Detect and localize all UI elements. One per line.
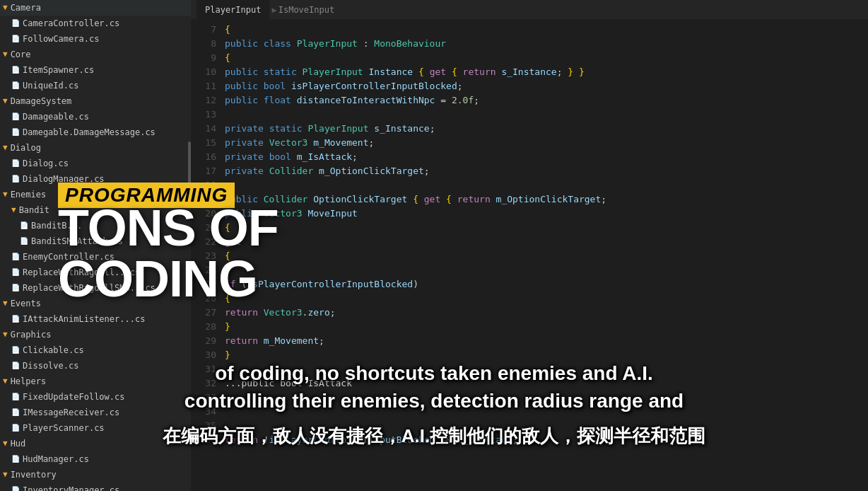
file-label: ReplaceWithRagdollSMB...cs (23, 282, 156, 294)
sidebar-item-replacewithragdoll[interactable]: 📄 ReplaceWithRagdoll...cs (0, 265, 191, 280)
folder-icon: ▼ (3, 48, 8, 61)
file-icon: 📄 (11, 110, 20, 123)
folder-icon: ▼ (3, 297, 8, 310)
sidebar-item-bandit-folder[interactable]: ▼ Bandit (0, 202, 191, 218)
file-label: EnemyController.cs (23, 250, 115, 263)
file-label: ItemSpawner.cs (23, 64, 94, 76)
file-icon: 📄 (11, 157, 20, 170)
sidebar-item-cameracontroller[interactable]: 📄 CameraController.cs (0, 16, 191, 31)
folder-label: Graphics (11, 328, 52, 341)
sidebar-item-hud-folder[interactable]: ▼ Hud (0, 436, 191, 451)
file-label: IMessageReceiver.cs (23, 406, 119, 419)
code-line: private Vector3 m_Movement; (225, 136, 868, 150)
file-icon: 📄 (11, 391, 20, 403)
file-label: BanditSMBAttack.cs (31, 235, 123, 248)
code-line: return Vector3.zero; (225, 306, 868, 320)
code-line: if (isPlayerControllerInputBlocked) (225, 277, 868, 291)
folder-label: Bandit (19, 204, 49, 216)
code-line: private static PlayerInput s_Instance; (225, 122, 868, 136)
sidebar-item-dissolve[interactable]: 📄 Dissolve.cs (0, 358, 191, 374)
code-content: 7 8 9 10 11 12 13 14 15 16 17 18 19 20 2… (191, 20, 868, 447)
folder-icon: ▼ (3, 141, 8, 154)
sidebar-item-hudmanager[interactable]: 📄 HudManager.cs (0, 451, 191, 467)
sidebar-item-iattackanimlistener[interactable]: 📄 IAttackAnimListener...cs (0, 311, 191, 327)
sidebar-item-damagesystem-folder[interactable]: ▼ DamageSystem (0, 93, 191, 109)
code-line: { (225, 51, 868, 65)
folder-label: Hud (11, 437, 26, 450)
sidebar-item-banditsmbattack[interactable]: 📄 BanditSMBAttack.cs (0, 233, 191, 249)
folder-label: Dialog (11, 141, 41, 154)
code-line: public static PlayerInput Instance { get… (225, 65, 868, 79)
file-icon: 📄 (20, 235, 28, 248)
code-line: public Vector3 MoveInput (225, 207, 868, 221)
code-line (225, 362, 868, 376)
code-line: return m_Movement; (225, 334, 868, 348)
file-icon: 📄 (11, 250, 20, 263)
code-editor: PlayerInput ▶ IsMoveInput 7 8 9 10 11 12… (191, 0, 868, 491)
sidebar-item-imessagereceiver[interactable]: 📄 IMessageReceiver.cs (0, 405, 191, 420)
file-label: IAttackAnimListener...cs (23, 313, 145, 325)
code-line (225, 178, 868, 192)
code-line: { (225, 23, 868, 37)
breadcrumb-ismoveinput: IsMoveInput (278, 5, 334, 15)
sidebar-item-uniqueid[interactable]: 📄 UniqueId.cs (0, 78, 191, 93)
tab-playerinput[interactable]: PlayerInput (197, 0, 270, 20)
file-icon: 📄 (11, 173, 20, 185)
folder-label: Enemies (11, 188, 47, 201)
sidebar-item-damagemessage[interactable]: 📄 Damegable.DamageMessage.cs (0, 125, 191, 140)
file-icon: 📄 (11, 344, 20, 357)
code-text: { public class PlayerInput : MonoBehavio… (225, 23, 868, 447)
folder-icon: ▼ (3, 437, 8, 450)
folder-label: Helpers (11, 375, 47, 388)
code-line: { (225, 221, 868, 235)
sidebar-item-events-folder[interactable]: ▼ Events (0, 296, 191, 311)
file-icon: 📄 (11, 33, 20, 45)
sidebar-item-banditb[interactable]: 📄 BanditB... (0, 218, 191, 233)
sidebar-item-core-folder[interactable]: ▼ Core (0, 47, 191, 62)
file-label: DialogManager.cs (23, 173, 105, 185)
file-label: Dissolve.cs (23, 359, 78, 372)
tab-bar: PlayerInput ▶ IsMoveInput (191, 0, 868, 20)
folder-label: Camera (11, 1, 41, 14)
sidebar-item-helpers-folder[interactable]: ▼ Helpers (0, 374, 191, 389)
sidebar-item-camera-folder[interactable]: ▼ Camera (0, 0, 191, 16)
sidebar-item-itemspawner[interactable]: 📄 ItemSpawner.cs (0, 62, 191, 78)
folder-label: Core (11, 48, 31, 61)
code-line: public Collider OptionClickTarget { get … (225, 192, 868, 207)
sidebar-item-enemycontroller[interactable]: 📄 EnemyController.cs (0, 249, 191, 265)
file-icon: 📄 (20, 219, 28, 232)
sidebar-item-replacewithragdollsmb[interactable]: 📄 ReplaceWithRagdollSMB...cs (0, 280, 191, 296)
code-line: } (225, 348, 868, 362)
code-line: private bool m_IsAttack; (225, 150, 868, 164)
folder-icon: ▼ (3, 95, 8, 108)
code-line: public class PlayerInput : MonoBehaviour (225, 37, 868, 51)
file-label: Clickable.cs (23, 344, 84, 357)
sidebar-item-dialog[interactable]: 📄 Dialog.cs (0, 156, 191, 171)
file-icon: 📄 (11, 79, 20, 92)
sidebar-item-fixedupdatefollow[interactable]: 📄 FixedUpdateFollow.cs (0, 389, 191, 405)
sidebar-item-dialogmanager[interactable]: 📄 DialogManager.cs (0, 171, 191, 187)
sidebar-item-followcamera[interactable]: 📄 FollowCamera.cs (0, 31, 191, 47)
sidebar-item-inventorymanager[interactable]: 📄 InventoryManager.cs (0, 483, 191, 491)
file-label: ReplaceWithRagdoll...cs (23, 266, 140, 279)
folder-icon: ▼ (3, 1, 8, 14)
file-icon: 📄 (11, 406, 20, 419)
code-line: } (225, 320, 868, 334)
sidebar-item-graphics-folder[interactable]: ▼ Graphics (0, 327, 191, 342)
file-explorer-sidebar: ▼ Camera 📄 CameraController.cs 📄 FollowC… (0, 0, 191, 491)
code-line: { (225, 249, 868, 263)
sidebar-item-clickable[interactable]: 📄 Clickable.cs (0, 342, 191, 358)
sidebar-item-enemies-folder[interactable]: ▼ Enemies (0, 187, 191, 202)
folder-icon: ▼ (3, 188, 8, 201)
folder-icon: ▼ (3, 328, 8, 341)
tab-label: PlayerInput (205, 5, 261, 15)
sidebar-item-dialog-folder[interactable]: ▼ Dialog (0, 140, 191, 156)
sidebar-item-inventory-folder[interactable]: ▼ Inventory (0, 467, 191, 483)
folder-label: Inventory (11, 468, 57, 481)
code-line: public float distanceToInteractWithNpc =… (225, 93, 868, 108)
folder-icon: ▼ (3, 468, 8, 481)
sidebar-item-playerscanner[interactable]: 📄 PlayerScanner.cs (0, 420, 191, 436)
folder-label: DamageSystem (11, 95, 72, 108)
file-icon: 📄 (11, 359, 20, 372)
sidebar-item-damageable[interactable]: 📄 Damageable.cs (0, 109, 191, 125)
